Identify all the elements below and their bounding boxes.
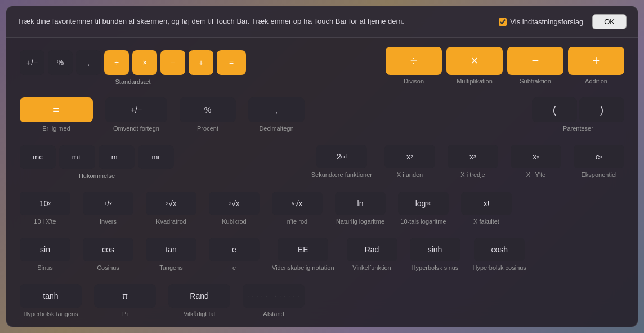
btn-cbrt[interactable]: 3√x <box>209 192 260 215</box>
memory-label: Hukommelse <box>79 172 115 179</box>
btn-percent2[interactable]: % <box>180 97 236 122</box>
header: Træk dine favoritemner til bunden af skæ… <box>6 6 638 38</box>
btn-mplus[interactable]: m+ <box>59 145 95 169</box>
btn-ee[interactable]: EE <box>278 238 328 261</box>
btn-ex[interactable]: ex <box>574 145 624 168</box>
btn-plusminus[interactable]: +/− <box>20 50 44 75</box>
col-xy: xy X i Y'te <box>511 145 561 179</box>
xfact-label: X fakultet <box>473 218 499 225</box>
btn-log10[interactable]: log10 <box>398 192 449 215</box>
nthrt-label: n'te rod <box>287 218 307 225</box>
col-log10: log10 10-tals logaritme <box>398 192 449 225</box>
cbrt-label: Kubikrod <box>222 218 246 225</box>
col-e: e e <box>209 238 260 272</box>
btn-rad[interactable]: Rad <box>347 238 397 261</box>
btn-sqrt[interactable]: 2√x <box>146 192 196 215</box>
ex-label: Eksponentiel <box>582 171 617 179</box>
10x-label: 10 i X'te <box>34 218 56 225</box>
btn-mr[interactable]: mr <box>138 145 174 169</box>
btn-e[interactable]: e <box>209 238 260 261</box>
col-cosh: cosh Hyperbolsk cosinus <box>473 238 526 272</box>
add-label: Addition <box>585 78 607 85</box>
btn-rand[interactable]: Rand <box>168 284 230 308</box>
col-percent: % Procent <box>180 97 236 132</box>
btn-cosh[interactable]: cosh <box>474 238 525 261</box>
btn-decimal[interactable]: , <box>248 97 305 122</box>
btn-xfact[interactable]: x! <box>461 192 512 215</box>
instruction-text: Træk dine favoritemner til bunden af skæ… <box>17 16 490 26</box>
col-nthrt: y√x n'te rod <box>272 192 323 225</box>
btn-col-add: + Addition <box>568 47 624 85</box>
btn-divide[interactable]: ÷ <box>386 47 442 75</box>
btn-10x[interactable]: 10x <box>20 192 70 215</box>
btn-x2[interactable]: x2 <box>384 145 435 168</box>
btn-pi[interactable]: π <box>94 284 156 308</box>
checkbox-wrap: Vis indtastningsforslag <box>499 17 583 26</box>
btn-invert-sign[interactable]: +/− <box>105 97 167 122</box>
row-misc: tanh Hyperbolsk tangens π Pi Rand Vilkår… <box>20 284 624 318</box>
tanh-label: Hyperbolsk tangens <box>23 310 78 318</box>
btn-sin[interactable]: sin <box>20 238 70 261</box>
row-basic: = Er lig med +/− Omvendt fortegn % Proce… <box>20 97 624 132</box>
divide-label: Divison <box>404 78 424 85</box>
btn-subtract[interactable]: − <box>507 47 564 75</box>
col-ln: ln Naturlig logaritme <box>335 192 386 225</box>
col-parens: ( ) Parenteser <box>532 97 624 132</box>
xy-label: X i Y'te <box>526 171 545 179</box>
suggestion-checkbox[interactable] <box>499 18 507 26</box>
invert-label: Omvendt fortegn <box>113 125 159 132</box>
btn-col-subtract: − Subtraktion <box>507 47 564 85</box>
content-area: +/− % , ÷ × − + = Standardsæt ÷ Divison … <box>6 38 638 327</box>
parens-label: Parenteser <box>563 125 593 132</box>
btn-inv[interactable]: 1/x <box>83 192 133 215</box>
ee-label: Videnskabelig notation <box>272 264 334 272</box>
col-tan: tan Tangens <box>146 238 196 272</box>
btn-multiply[interactable]: × <box>446 47 503 75</box>
row-trig: sin Sinus cos Cosinus tan Tangens e e EE… <box>20 238 624 272</box>
btn-tan[interactable]: tan <box>146 238 196 261</box>
btn-equals-std[interactable]: = <box>217 50 246 75</box>
col-inv: 1/x Invers <box>83 192 133 225</box>
ok-button[interactable]: OK <box>592 14 627 29</box>
col-pi: π Pi <box>94 284 156 318</box>
btn-cos[interactable]: cos <box>83 238 133 261</box>
sin-label: Sinus <box>37 264 53 272</box>
btn-percent[interactable]: % <box>48 50 73 75</box>
col-2nd: 2nd Sekundære funktioner <box>311 145 372 179</box>
btn-col-divide: ÷ Divison <box>386 47 442 85</box>
row-log: 10x 10 i X'te 1/x Invers 2√x Kvadratrod … <box>20 192 624 225</box>
sqrt-label: Kvadratrod <box>156 218 186 225</box>
btn-mminus[interactable]: m− <box>99 145 135 169</box>
btn-add[interactable]: + <box>568 47 624 75</box>
col-rand: Rand Vilkårligt tal <box>168 284 230 318</box>
row-standardset: +/− % , ÷ × − + = Standardsæt ÷ Divison … <box>20 47 624 85</box>
percent-label: Procent <box>197 125 218 132</box>
btn-minus-std[interactable]: − <box>160 50 185 75</box>
standardset-label: Standardsæt <box>115 78 151 85</box>
btn-lparen[interactable]: ( <box>532 97 577 122</box>
cos-label: Cosinus <box>97 264 119 272</box>
btn-nthrt[interactable]: y√x <box>272 192 323 215</box>
btn-equals[interactable]: = <box>20 97 93 122</box>
btn-distance[interactable]: · · · · · · · · · · · · <box>243 284 305 308</box>
inv-label: Invers <box>100 218 117 225</box>
btn-comma[interactable]: , <box>76 50 101 75</box>
btn-plus-std[interactable]: + <box>189 50 213 75</box>
ln-label: Naturlig logaritme <box>336 218 384 225</box>
btn-multiply-std[interactable]: × <box>132 50 157 75</box>
btn-divide-std[interactable]: ÷ <box>104 50 129 75</box>
btn-mc[interactable]: mc <box>20 145 56 169</box>
tan-label: Tangens <box>159 264 183 272</box>
btn-tanh[interactable]: tanh <box>20 284 82 308</box>
btn-2nd[interactable]: 2nd <box>316 145 367 168</box>
col-xfact: x! X fakultet <box>461 192 512 225</box>
btn-col-multiply: × Multiplikation <box>446 47 503 85</box>
btn-x3[interactable]: x3 <box>448 145 498 168</box>
btn-ln[interactable]: ln <box>335 192 386 215</box>
col-rad: Rad Vinkelfunktion <box>347 238 397 272</box>
btn-rparen[interactable]: ) <box>579 97 624 122</box>
btn-sinh[interactable]: sinh <box>410 238 460 261</box>
col-distance: · · · · · · · · · · · · Afstand <box>243 284 305 318</box>
col-sqrt: 2√x Kvadratrod <box>146 192 196 225</box>
btn-xy[interactable]: xy <box>511 145 561 168</box>
